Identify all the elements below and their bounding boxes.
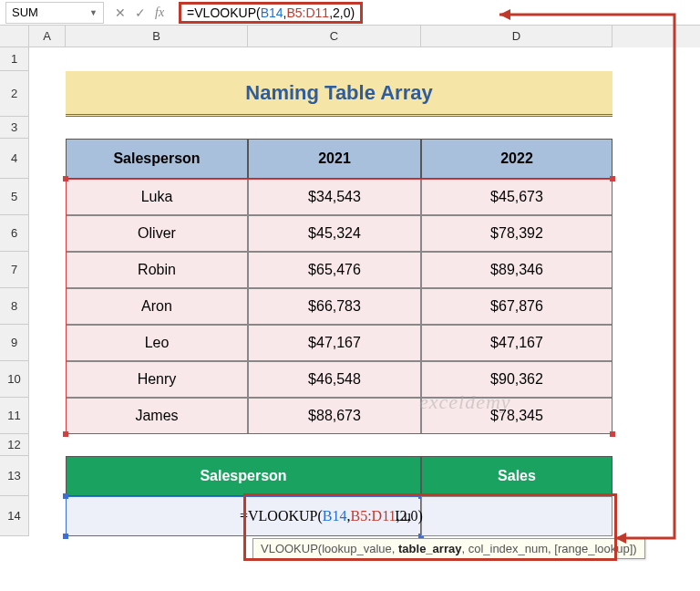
table-cell[interactable]: $89,346: [421, 252, 612, 288]
row-header-3[interactable]: 3: [0, 117, 29, 139]
row-header-1[interactable]: 1: [0, 47, 29, 71]
table-cell[interactable]: Leo: [66, 325, 248, 361]
title-banner[interactable]: Naming Table Array: [66, 71, 612, 117]
cell-formula-display: =VLOOKUP(B14,B5:D11,2,0): [240, 508, 423, 524]
row-header-2[interactable]: 2: [0, 71, 29, 117]
name-box-value: SUM: [12, 5, 89, 19]
range-handle[interactable]: [610, 431, 615, 437]
formula-highlight-annotation: =VLOOKUP(B14,B5:D11,2,0): [179, 2, 363, 24]
formula-arg1: B14: [261, 5, 283, 20]
row-header-13[interactable]: 13: [0, 456, 29, 496]
row-header-11[interactable]: 11: [0, 398, 29, 434]
table-cell[interactable]: $90,362: [421, 361, 612, 398]
col-header-D[interactable]: D: [421, 26, 612, 47]
range-handle[interactable]: [63, 534, 68, 539]
lookup-header-salesperson[interactable]: Salesperson: [66, 456, 421, 496]
range-handle[interactable]: [63, 431, 68, 437]
formula-input[interactable]: =VLOOKUP(B14,B5:D11,2,0): [173, 2, 700, 24]
table-header[interactable]: 2022: [421, 139, 612, 179]
col-header-A[interactable]: A: [29, 26, 66, 47]
table-cell[interactable]: $45,324: [248, 215, 421, 252]
name-box[interactable]: SUM ▼: [5, 2, 104, 24]
formula-bar-controls: ✕ ✓ fx: [106, 5, 173, 20]
range-handle[interactable]: [63, 176, 68, 181]
table-cell[interactable]: $78,392: [421, 215, 612, 252]
grid[interactable]: Naming Table ArraySalesperson20212022Luk…: [29, 47, 700, 591]
row-header-12[interactable]: 12: [0, 434, 29, 456]
formula-text: =VLOOKUP(: [187, 5, 261, 20]
col-header-B[interactable]: B: [66, 26, 248, 47]
table-cell[interactable]: $78,345: [421, 398, 612, 434]
lookup-header-sales[interactable]: Sales: [421, 456, 612, 496]
accept-icon[interactable]: ✓: [135, 5, 146, 20]
select-all-corner[interactable]: [0, 26, 29, 47]
row-header-6[interactable]: 6: [0, 215, 29, 252]
table-cell[interactable]: Robin: [66, 252, 248, 288]
formula-bar: SUM ▼ ✕ ✓ fx =VLOOKUP(B14,B5:D11,2,0): [0, 0, 700, 26]
table-cell[interactable]: $67,876: [421, 288, 612, 325]
table-cell[interactable]: Luka: [66, 179, 248, 215]
fx-icon[interactable]: fx: [155, 5, 164, 20]
row-header-5[interactable]: 5: [0, 179, 29, 215]
row-header-14[interactable]: 14: [0, 496, 29, 536]
formula-tooltip: VLOOKUP(lookup_value, table_array, col_i…: [252, 538, 645, 559]
range-handle[interactable]: [610, 176, 615, 181]
sheet-area: 1234567891011121314 ABCD Naming Table Ar…: [0, 26, 700, 591]
chevron-down-icon[interactable]: ▼: [89, 8, 98, 17]
col-headers: ABCD: [29, 26, 700, 47]
table-cell[interactable]: $66,783: [248, 288, 421, 325]
table-cell[interactable]: $34,543: [248, 179, 421, 215]
row-header-9[interactable]: 9: [0, 325, 29, 361]
table-cell[interactable]: Oliver: [66, 215, 248, 252]
table-cell[interactable]: $65,476: [248, 252, 421, 288]
formula-arg2: B5:D11: [286, 5, 329, 20]
row-header-10[interactable]: 10: [0, 361, 29, 398]
active-formula-cell[interactable]: =VLOOKUP(B14,B5:D11,2,0): [421, 496, 612, 536]
table-cell[interactable]: $88,673: [248, 398, 421, 434]
table-cell[interactable]: Aron: [66, 288, 248, 325]
formula-rest: ,2,0): [329, 5, 355, 20]
row-header-4[interactable]: 4: [0, 139, 29, 179]
table-cell[interactable]: Henry: [66, 361, 248, 398]
row-header-8[interactable]: 8: [0, 288, 29, 325]
table-cell[interactable]: $46,548: [248, 361, 421, 398]
table-cell[interactable]: $47,167: [421, 325, 612, 361]
table-header[interactable]: 2021: [248, 139, 421, 179]
row-headers: 1234567891011121314: [0, 47, 29, 536]
table-cell[interactable]: $47,167: [248, 325, 421, 361]
range-handle[interactable]: [63, 493, 68, 499]
col-header-C[interactable]: C: [248, 26, 421, 47]
table-cell[interactable]: $45,673: [421, 179, 612, 215]
table-header[interactable]: Salesperson: [66, 139, 248, 179]
row-header-7[interactable]: 7: [0, 252, 29, 288]
table-cell[interactable]: James: [66, 398, 248, 434]
cancel-icon[interactable]: ✕: [115, 5, 126, 20]
